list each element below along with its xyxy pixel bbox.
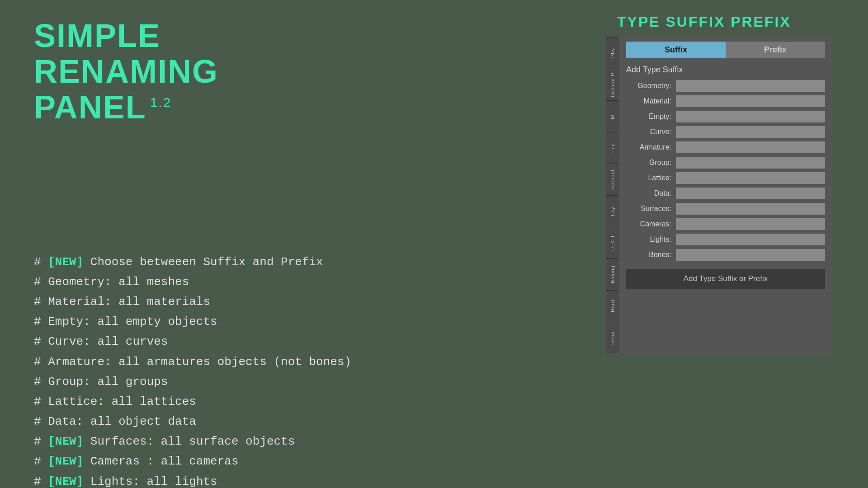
list-item: # Lattice: all lattices bbox=[34, 392, 396, 412]
field-input-group[interactable] bbox=[676, 157, 825, 169]
sidebar-tab-file[interactable]: File bbox=[606, 132, 619, 164]
field-input-curve[interactable] bbox=[676, 126, 825, 138]
list-item: # [NEW] Surfaces: all surface objects bbox=[34, 432, 396, 451]
field-row-empty: Empty: bbox=[626, 111, 825, 122]
field-row-surfaces: Surfaces: bbox=[626, 203, 825, 215]
field-input-armature[interactable] bbox=[676, 141, 825, 153]
list-item: # Group: all groups bbox=[34, 372, 396, 392]
panel-title: TYPE SUFFIX PREFIX bbox=[617, 14, 832, 30]
panel-container: Phy Grease P Mi File Retopol Lay UE4 T B… bbox=[606, 37, 832, 353]
sidebar-tab-retopol[interactable]: Retopol bbox=[606, 164, 619, 195]
field-label-bones: Bones: bbox=[626, 251, 671, 259]
field-row-material: Material: bbox=[626, 95, 825, 107]
list-item: # Geometry: all meshes bbox=[34, 272, 396, 292]
field-row-bones: Bones: bbox=[626, 249, 825, 261]
field-label-data: Data: bbox=[626, 189, 671, 197]
list-item: # Data: all object data bbox=[34, 412, 396, 432]
field-label-geometry: Geometry: bbox=[626, 82, 671, 90]
title-line2: RENAMING bbox=[34, 53, 218, 89]
field-input-lattice[interactable] bbox=[676, 172, 825, 184]
field-row-lattice: Lattice: bbox=[626, 172, 825, 184]
list-item: # [NEW] Lights: all lights bbox=[34, 472, 396, 488]
field-input-bones[interactable] bbox=[676, 249, 825, 261]
version-label: 1.2 bbox=[150, 95, 172, 110]
sidebar-tab-rena[interactable]: Rena bbox=[606, 322, 619, 353]
field-row-group: Group: bbox=[626, 157, 825, 169]
sidebar-tab-phy[interactable]: Phy bbox=[606, 37, 619, 69]
description-list: # [NEW] Choose betweeen Suffix and Prefi… bbox=[34, 252, 396, 488]
title-line1: SIMPLE bbox=[34, 18, 160, 54]
field-label-cameras: Cameras: bbox=[626, 220, 671, 228]
field-label-armature: Armature: bbox=[626, 143, 671, 151]
right-section: TYPE SUFFIX PREFIX Phy Grease P Mi File … bbox=[606, 14, 832, 353]
field-input-empty[interactable] bbox=[676, 111, 825, 122]
title-line3: PANEL bbox=[34, 89, 146, 125]
field-label-material: Material: bbox=[626, 97, 671, 105]
list-item: # Curve: all curves bbox=[34, 332, 396, 352]
sidebar-tab-lay[interactable]: Lay bbox=[606, 195, 619, 227]
sidebar-tab-ue4t[interactable]: UE4 T bbox=[606, 227, 619, 258]
field-label-surfaces: Surfaces: bbox=[626, 205, 671, 213]
field-label-empty: Empty: bbox=[626, 113, 671, 121]
tab-suffix[interactable]: Suffix bbox=[626, 42, 726, 58]
list-item: # [NEW] Cameras : all cameras bbox=[34, 451, 396, 471]
field-row-curve: Curve: bbox=[626, 126, 825, 138]
sidebar-tab-grease-p[interactable]: Grease P bbox=[606, 69, 619, 100]
sidebar-tabs: Phy Grease P Mi File Retopol Lay UE4 T B… bbox=[606, 37, 619, 353]
new-badge: [NEW] bbox=[48, 455, 83, 468]
field-input-geometry[interactable] bbox=[676, 80, 825, 92]
field-label-lattice: Lattice: bbox=[626, 174, 671, 182]
field-row-data: Data: bbox=[626, 188, 825, 199]
left-section: SIMPLE RENAMING PANEL1.2 # [NEW] Choose … bbox=[34, 18, 396, 488]
field-input-data[interactable] bbox=[676, 188, 825, 199]
field-row-cameras: Cameras: bbox=[626, 218, 825, 230]
new-badge: [NEW] bbox=[48, 435, 83, 448]
list-item: # Material: all materials bbox=[34, 292, 396, 312]
section-title: Add Type Suffix bbox=[626, 65, 825, 75]
field-input-material[interactable] bbox=[676, 95, 825, 107]
tab-prefix[interactable]: Prefix bbox=[726, 42, 825, 58]
list-item: # Armature: all armatures objects (not b… bbox=[34, 352, 396, 372]
sidebar-tab-hard[interactable]: Hard bbox=[606, 290, 619, 322]
app-title: SIMPLE RENAMING PANEL1.2 bbox=[34, 18, 396, 126]
list-item: # [NEW] Choose betweeen Suffix and Prefi… bbox=[34, 252, 396, 272]
new-badge: [NEW] bbox=[48, 255, 83, 269]
field-label-group: Group: bbox=[626, 159, 671, 167]
field-row-lights: Lights: bbox=[626, 234, 825, 245]
new-badge: [NEW] bbox=[48, 475, 83, 488]
field-label-lights: Lights: bbox=[626, 235, 671, 244]
add-type-suffix-or-prefix-button[interactable]: Add Type Suffix or Prefix bbox=[626, 269, 825, 289]
main-panel: Suffix Prefix Add Type Suffix Geometry: … bbox=[619, 37, 832, 353]
tab-row: Suffix Prefix bbox=[626, 42, 825, 58]
field-label-curve: Curve: bbox=[626, 128, 671, 136]
list-item: # Empty: all empty objects bbox=[34, 312, 396, 332]
field-row-geometry: Geometry: bbox=[626, 80, 825, 92]
field-row-armature: Armature: bbox=[626, 141, 825, 153]
sidebar-tab-mi[interactable]: Mi bbox=[606, 100, 619, 132]
sidebar-tab-baking[interactable]: Baking bbox=[606, 258, 619, 290]
field-input-cameras[interactable] bbox=[676, 218, 825, 230]
field-input-surfaces[interactable] bbox=[676, 203, 825, 215]
field-input-lights[interactable] bbox=[676, 234, 825, 245]
